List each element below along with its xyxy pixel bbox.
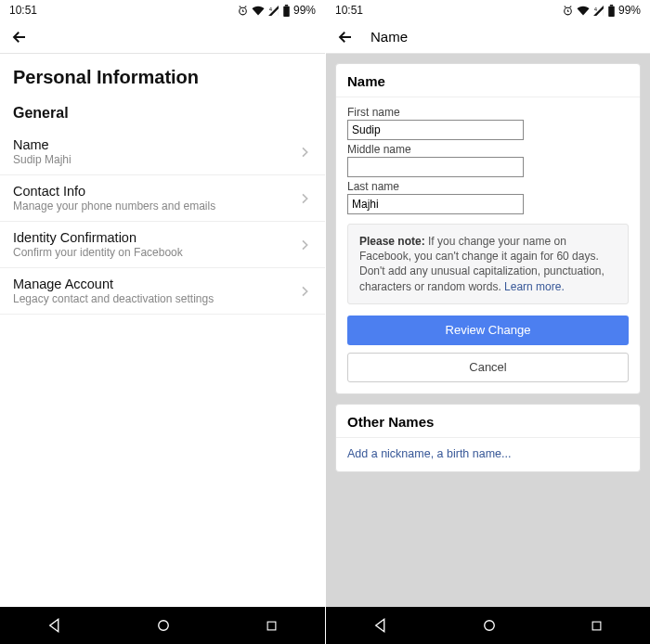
phone-left: 10:51 4 99% Personal Information General…	[0, 0, 325, 644]
other-names-title: Other Names	[336, 405, 640, 438]
item-sub: Confirm your identity on Facebook	[13, 246, 183, 259]
first-name-label: First name	[347, 106, 629, 119]
battery-icon	[607, 5, 616, 17]
back-icon[interactable]	[337, 29, 354, 45]
content-left: Personal Information General Name Sudip …	[0, 54, 325, 607]
chevron-right-icon	[297, 238, 312, 252]
svg-rect-3	[285, 5, 288, 6]
grey-area: Name First name Middle name Last name	[326, 54, 650, 607]
alarm-icon	[562, 5, 574, 17]
chevron-right-icon	[297, 284, 312, 299]
android-nav	[326, 607, 650, 644]
first-name-field: First name	[347, 106, 629, 140]
card-title: Name	[336, 64, 640, 97]
chevron-right-icon	[297, 191, 312, 206]
alarm-icon	[237, 5, 249, 17]
phone-right: 10:51 4 99% Name Name First name Mid	[325, 0, 650, 644]
chevron-right-icon	[297, 145, 312, 160]
item-identity[interactable]: Identity Confirmation Confirm your ident…	[0, 222, 325, 268]
status-bar: 10:51 4 99%	[0, 0, 325, 20]
last-name-field: Last name	[347, 180, 629, 214]
status-icons: 4 99%	[237, 4, 316, 17]
first-name-input[interactable]	[347, 120, 524, 140]
svg-point-10	[485, 621, 495, 631]
learn-more-link[interactable]: Learn more.	[504, 280, 565, 293]
item-title: Manage Account	[13, 277, 214, 291]
svg-point-4	[159, 621, 169, 631]
svg-text:4: 4	[594, 6, 598, 12]
svg-rect-2	[283, 6, 290, 16]
nav-back-icon[interactable]	[372, 617, 389, 634]
svg-text:4: 4	[269, 6, 273, 12]
battery-pct: 99%	[618, 4, 641, 17]
svg-rect-8	[608, 6, 615, 16]
svg-rect-5	[267, 622, 276, 630]
battery-pct: 99%	[293, 4, 316, 17]
add-nickname-link[interactable]: Add a nickname, a birth name...	[336, 438, 640, 471]
signal-icon: 4	[267, 5, 280, 17]
back-icon[interactable]	[11, 29, 28, 45]
status-time: 10:51	[335, 4, 363, 17]
middle-name-label: Middle name	[347, 143, 629, 156]
other-names-card: Other Names Add a nickname, a birth name…	[335, 404, 641, 472]
status-time: 10:51	[9, 4, 37, 17]
last-name-label: Last name	[347, 180, 629, 193]
last-name-input[interactable]	[347, 194, 524, 214]
item-title: Contact Info	[13, 184, 215, 199]
note-box: Please note: If you change your name on …	[347, 224, 629, 304]
status-icons: 4 99%	[562, 4, 641, 17]
battery-icon	[282, 5, 291, 17]
review-change-button[interactable]: Review Change	[347, 316, 629, 345]
note-prefix: Please note:	[359, 235, 425, 248]
item-sub: Manage your phone numbers and emails	[13, 200, 215, 213]
item-manage[interactable]: Manage Account Legacy contact and deacti…	[0, 268, 325, 315]
name-card: Name First name Middle name Last name	[335, 63, 641, 394]
svg-rect-9	[610, 5, 613, 6]
signal-icon: 4	[592, 5, 604, 17]
item-sub: Legacy contact and deactivation settings	[13, 292, 214, 305]
wifi-icon	[577, 5, 590, 17]
svg-rect-11	[592, 622, 601, 630]
content-right: Name First name Middle name Last name	[326, 54, 650, 607]
android-nav	[0, 607, 325, 644]
nav-home-icon[interactable]	[155, 617, 172, 634]
status-bar: 10:51 4 99%	[326, 0, 650, 20]
header-title: Name	[370, 29, 408, 45]
header-bar-left	[0, 20, 325, 54]
item-title: Identity Confirmation	[13, 230, 183, 245]
item-name[interactable]: Name Sudip Majhi	[0, 129, 325, 175]
item-sub: Sudip Majhi	[13, 153, 72, 166]
section-title: General	[0, 92, 325, 129]
wifi-icon	[252, 5, 265, 17]
middle-name-input[interactable]	[347, 157, 524, 177]
nav-home-icon[interactable]	[481, 617, 498, 634]
item-contact[interactable]: Contact Info Manage your phone numbers a…	[0, 175, 325, 222]
item-title: Name	[13, 137, 72, 152]
header-bar-right: Name	[326, 20, 650, 54]
nav-recent-icon[interactable]	[590, 619, 604, 633]
page-title: Personal Information	[0, 54, 325, 92]
middle-name-field: Middle name	[347, 143, 629, 177]
cancel-button[interactable]: Cancel	[347, 353, 629, 382]
nav-recent-icon[interactable]	[265, 619, 279, 633]
nav-back-icon[interactable]	[46, 617, 63, 634]
